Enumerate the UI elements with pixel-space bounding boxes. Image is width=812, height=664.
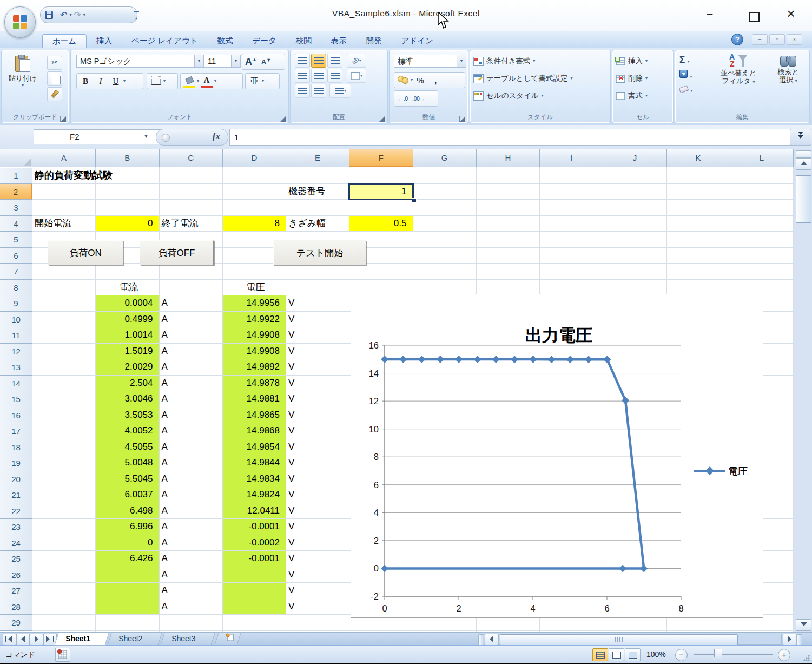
delete-cells-button[interactable]: 削除▾ xyxy=(616,72,648,85)
format-cells-button[interactable]: 書式▾ xyxy=(616,89,648,102)
format-painter-button[interactable] xyxy=(47,87,62,101)
font-size-combo[interactable]: 11 ▾ xyxy=(204,55,241,68)
row-header-7[interactable]: 7 xyxy=(0,264,32,280)
cell-B25[interactable]: 6.426 xyxy=(96,551,159,567)
ribbon-tab-ホーム[interactable]: ホーム xyxy=(42,34,87,50)
cell-B15[interactable]: 3.0046 xyxy=(96,391,159,407)
insert-worksheet-tab[interactable] xyxy=(214,633,241,646)
increase-indent-button[interactable] xyxy=(311,84,326,98)
cell-B17[interactable]: 4.0052 xyxy=(96,423,159,439)
find-select-button[interactable]: 検索と選択 ▾ xyxy=(770,54,806,84)
form-button-テスト開始[interactable]: テスト開始 xyxy=(273,240,366,265)
row-header-18[interactable]: 18 xyxy=(0,439,32,456)
cell-D14[interactable]: 14.9878 xyxy=(223,376,286,392)
cell-B16[interactable]: 3.5053 xyxy=(96,407,159,424)
number-dialog-launcher[interactable] xyxy=(459,116,466,122)
align-center-button[interactable] xyxy=(311,69,326,83)
cell-D9[interactable]: 14.9956 xyxy=(223,295,286,312)
currency-button[interactable] xyxy=(395,76,411,85)
autosum-button[interactable]: Σ ▾ xyxy=(679,55,692,65)
number-format-dropdown-icon[interactable]: ▾ xyxy=(457,55,466,67)
cell-F4[interactable]: 0.5 xyxy=(349,216,413,232)
cell-C16[interactable]: A xyxy=(160,407,223,424)
font-color-dropdown-icon[interactable]: ▾ xyxy=(214,79,216,83)
insert-function-button[interactable]: fx xyxy=(156,129,228,146)
cell-A4[interactable]: 開始電流 xyxy=(32,216,96,232)
cell-C17[interactable]: A xyxy=(160,423,223,439)
align-bottom-button[interactable] xyxy=(327,54,342,68)
window-maximize-button[interactable] xyxy=(749,12,760,22)
cell-D10[interactable]: 14.9922 xyxy=(223,312,286,328)
decrease-indent-button[interactable] xyxy=(295,84,310,98)
cell-C15[interactable]: A xyxy=(160,391,223,407)
sheet-tab-Sheet1[interactable]: Sheet1 xyxy=(54,633,109,646)
cell-C20[interactable]: A xyxy=(160,471,223,488)
cell-E22[interactable]: V xyxy=(286,503,349,520)
form-button-負荷ON[interactable]: 負荷ON xyxy=(48,240,123,265)
help-button[interactable]: ? xyxy=(731,34,743,45)
bold-button[interactable]: B xyxy=(78,77,93,86)
comma-style-button[interactable]: , xyxy=(428,76,443,85)
alignment-dialog-launcher[interactable] xyxy=(379,116,385,122)
row-header-24[interactable]: 24 xyxy=(0,535,32,551)
copy-button[interactable] xyxy=(47,71,62,86)
chart[interactable]: 出力電圧1614121086420-202468電圧 xyxy=(351,294,763,618)
conditional-formatting-button[interactable]: 条件付き書式▾ xyxy=(473,55,535,68)
redo-button[interactable]: ↷ xyxy=(73,10,81,21)
column-header-K[interactable]: K xyxy=(667,149,730,167)
row-header-27[interactable]: 27 xyxy=(0,583,32,599)
column-header-J[interactable]: J xyxy=(603,149,666,167)
column-header-L[interactable]: L xyxy=(730,149,794,167)
cell-E10[interactable]: V xyxy=(286,312,349,328)
cell-C27[interactable]: A xyxy=(160,583,223,599)
page-layout-view-button[interactable] xyxy=(609,648,624,661)
fill-color-button[interactable] xyxy=(182,76,197,87)
font-size-dropdown-icon[interactable]: ▾ xyxy=(231,55,240,67)
align-top-button[interactable] xyxy=(295,54,310,68)
font-color-button[interactable]: A xyxy=(199,76,214,87)
cell-C11[interactable]: A xyxy=(160,327,223,344)
cut-button[interactable]: ✂ xyxy=(47,56,62,70)
cell-B18[interactable]: 4.5055 xyxy=(96,439,159,456)
cell-C22[interactable]: A xyxy=(160,503,223,520)
paste-button[interactable]: 貼り付け ▾ xyxy=(6,55,39,88)
cell-B12[interactable]: 1.5019 xyxy=(96,344,159,360)
cell-D21[interactable]: 14.9824 xyxy=(223,487,286,503)
cell-E20[interactable]: V xyxy=(286,471,349,488)
vertical-split-handle[interactable] xyxy=(796,150,811,158)
cell-B19[interactable]: 5.0048 xyxy=(96,455,159,471)
row-header-12[interactable]: 12 xyxy=(0,344,32,360)
cell-E23[interactable]: V xyxy=(286,519,349,535)
cell-E12[interactable]: V xyxy=(286,344,349,360)
column-header-I[interactable]: I xyxy=(540,149,603,167)
ribbon-tab-ページ レイアウト[interactable]: ページ レイアウト xyxy=(122,34,207,49)
cell-E24[interactable]: V xyxy=(286,535,349,551)
cell-A1[interactable]: 静的負荷変動試験 xyxy=(32,168,223,184)
cell-D8[interactable]: 電圧 xyxy=(223,280,286,296)
column-header-C[interactable]: C xyxy=(160,149,223,167)
row-header-1[interactable]: 1 xyxy=(0,168,32,184)
fill-button[interactable]: ▾ xyxy=(679,70,692,80)
font-name-dropdown-icon[interactable]: ▾ xyxy=(194,55,203,67)
underline-dropdown-icon[interactable]: ▾ xyxy=(123,79,126,83)
zoom-slider-track[interactable] xyxy=(694,654,773,655)
percent-style-button[interactable]: % xyxy=(413,76,428,85)
zoom-in-button[interactable]: + xyxy=(778,649,790,661)
row-header-19[interactable]: 19 xyxy=(0,455,32,471)
font-dialog-launcher[interactable] xyxy=(280,116,286,122)
hscroll-left-button[interactable] xyxy=(485,634,498,645)
scroll-up-button[interactable] xyxy=(796,158,811,170)
cell-D25[interactable]: -0.0001 xyxy=(223,551,286,567)
cell-B14[interactable]: 2.504 xyxy=(96,376,159,392)
cell-B10[interactable]: 0.4999 xyxy=(96,312,159,328)
align-middle-button[interactable] xyxy=(311,54,326,68)
format-as-table-button[interactable]: テーブルとして書式設定▾ xyxy=(473,72,572,85)
cell-C21[interactable]: A xyxy=(160,487,223,503)
cell-D16[interactable]: 14.9865 xyxy=(223,407,286,424)
cell-E13[interactable]: V xyxy=(286,359,349,376)
sort-filter-button[interactable]: AZ 並べ替えとフィルタ ▾ xyxy=(710,54,767,85)
orientation-button[interactable]: ab▾ xyxy=(347,54,366,68)
cell-C25[interactable]: A xyxy=(160,551,223,567)
cell-E28[interactable]: V xyxy=(286,599,349,615)
ribbon-tab-校閲[interactable]: 校閲 xyxy=(286,34,321,49)
